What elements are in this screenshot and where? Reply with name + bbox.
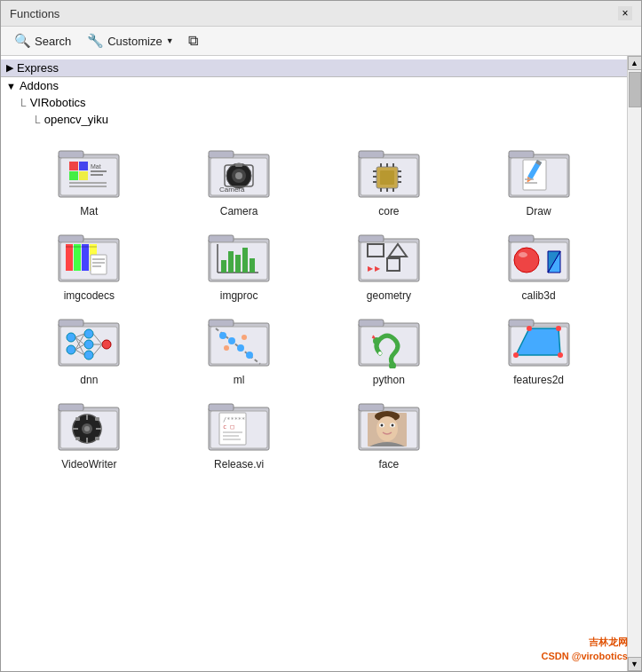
window-title: Functions <box>10 7 59 20</box>
svg-rect-1 <box>59 151 83 158</box>
mat-label: Mat <box>80 205 98 217</box>
scroll-up-button[interactable]: ▲ <box>628 56 642 70</box>
svg-point-127 <box>558 352 563 358</box>
dropdown-arrow-icon: ▼ <box>166 36 174 45</box>
list-item[interactable]: Mat Mat <box>19 142 160 217</box>
svg-rect-55 <box>91 255 107 274</box>
svg-point-112 <box>242 335 247 340</box>
customize-icon: 🔧 <box>87 33 104 49</box>
tree-panel: ▶ Express ▼ Addons L VIRobotics L opencv… <box>1 56 627 671</box>
pin-button[interactable]: ⧉ <box>184 30 202 51</box>
svg-rect-11 <box>69 186 107 187</box>
svg-rect-60 <box>209 235 234 242</box>
videowriter-label: VideoWriter <box>61 458 116 470</box>
face-folder-icon <box>357 395 421 453</box>
svg-point-134 <box>84 426 90 431</box>
functions-window: Functions × 🔍 Search 🔧 Customize ▼ ⧉ ▶ E… <box>0 0 642 672</box>
camera-folder-icon: Camera <box>207 142 271 200</box>
svg-point-93 <box>102 340 111 349</box>
opencv-row[interactable]: L opencv_yiku <box>1 111 627 128</box>
addons-label: Addons <box>20 79 59 92</box>
svg-line-120 <box>372 337 375 338</box>
list-item[interactable]: calib3d <box>468 226 609 302</box>
geometry-label: geometry <box>367 289 411 302</box>
svg-point-111 <box>224 345 229 351</box>
list-item[interactable]: /***** c □ Release.vi <box>169 395 310 470</box>
list-item[interactable]: core <box>319 142 460 217</box>
svg-point-117 <box>378 352 382 355</box>
list-item[interactable]: dnn <box>19 311 160 386</box>
svg-rect-54 <box>66 246 97 248</box>
svg-rect-130 <box>59 404 83 411</box>
svg-point-108 <box>228 337 235 344</box>
watermark-line1: 吉林龙网 <box>541 636 627 649</box>
close-button[interactable]: × <box>618 6 632 20</box>
icon-grid: Mat Mat <box>1 128 627 485</box>
watermark: 吉林龙网 CSDN @virobotics <box>541 636 627 663</box>
features2d-folder-icon <box>507 311 571 368</box>
svg-rect-66 <box>235 255 241 273</box>
ml-folder-icon <box>207 311 271 368</box>
svg-rect-22 <box>359 151 384 158</box>
list-item[interactable]: face <box>319 395 460 470</box>
tree-indent: L <box>20 97 27 109</box>
list-item[interactable]: imgcodecs <box>19 226 160 302</box>
core-label: core <box>378 205 399 217</box>
svg-rect-153 <box>359 404 384 411</box>
list-item[interactable]: Camera Camera <box>169 142 310 217</box>
svg-rect-78 <box>509 235 534 242</box>
express-row[interactable]: ▶ Express <box>1 59 627 77</box>
content-area: ▶ Express ▼ Addons L VIRobotics L opencv… <box>1 56 641 671</box>
svg-rect-13 <box>209 151 234 158</box>
svg-rect-10 <box>69 182 107 184</box>
svg-point-17 <box>235 172 242 179</box>
svg-point-159 <box>380 424 383 427</box>
svg-text:▶: ▶ <box>375 265 381 273</box>
svg-point-110 <box>246 352 253 359</box>
svg-point-92 <box>84 351 93 360</box>
calib3d-folder-icon <box>507 226 571 284</box>
core-folder-icon <box>357 142 421 200</box>
svg-rect-114 <box>359 320 384 327</box>
addons-row[interactable]: ▼ Addons <box>1 77 627 94</box>
search-icon: 🔍 <box>14 33 31 49</box>
svg-rect-64 <box>221 260 226 273</box>
watermark-line2: CSDN @virobotics <box>541 650 627 663</box>
customize-button[interactable]: 🔧 Customize ▼ <box>81 30 179 51</box>
svg-point-161 <box>391 424 393 427</box>
svg-rect-139 <box>75 417 80 421</box>
dnn-label: dnn <box>80 374 98 386</box>
scroll-down-button[interactable]: ▼ <box>628 657 642 671</box>
svg-rect-2 <box>60 158 117 195</box>
virobotics-row[interactable]: L VIRobotics <box>1 94 627 111</box>
svg-rect-142 <box>95 437 99 440</box>
list-item[interactable]: python <box>319 311 460 386</box>
svg-rect-9 <box>91 174 103 176</box>
svg-point-107 <box>219 332 226 339</box>
imgproc-folder-icon <box>207 226 271 284</box>
svg-text:Mat: Mat <box>91 163 101 170</box>
svg-rect-144 <box>209 404 234 411</box>
pin-icon: ⧉ <box>188 33 198 49</box>
customize-label: Customize <box>107 35 162 48</box>
list-item[interactable]: VideoWriter <box>19 395 160 470</box>
scroll-thumb[interactable] <box>629 72 641 107</box>
list-item[interactable]: Draw <box>468 142 609 217</box>
list-item[interactable]: features2d <box>468 311 609 386</box>
list-item[interactable]: ml <box>169 311 310 386</box>
calib3d-label: calib3d <box>522 289 556 302</box>
svg-text:/*****: /***** <box>223 416 245 423</box>
express-label: Express <box>17 61 59 75</box>
list-item[interactable]: ▶ ▶ geometry <box>319 226 460 302</box>
svg-rect-68 <box>250 258 255 273</box>
svg-rect-70 <box>359 235 384 242</box>
svg-rect-52 <box>82 244 89 271</box>
search-button[interactable]: 🔍 Search <box>8 30 77 51</box>
svg-rect-4 <box>79 162 88 170</box>
geometry-folder-icon: ▶ ▶ <box>357 226 421 284</box>
svg-point-157 <box>376 416 398 441</box>
svg-rect-39 <box>509 151 534 158</box>
tree-indent2: L <box>35 114 41 126</box>
list-item[interactable]: imgproc <box>169 226 310 302</box>
toolbar: 🔍 Search 🔧 Customize ▼ ⧉ <box>1 27 641 56</box>
